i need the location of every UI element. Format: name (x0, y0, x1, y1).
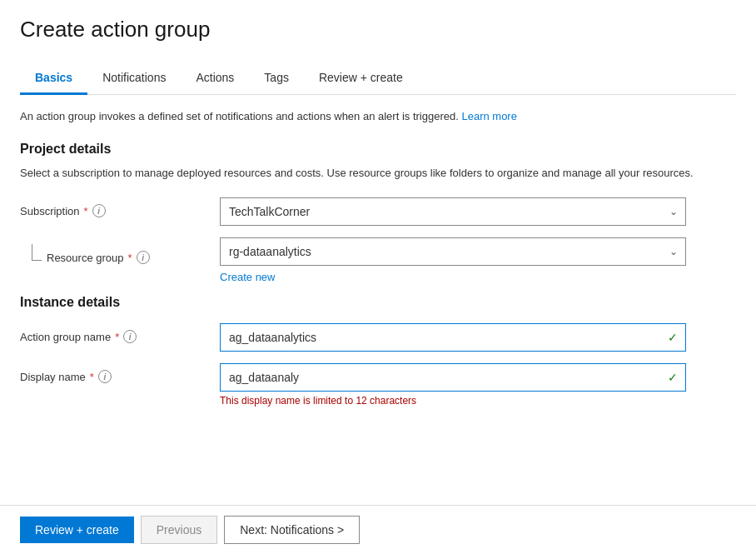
footer: Review + create Previous Next: Notificat… (0, 505, 756, 554)
indent-line-shape (32, 244, 42, 261)
previous-button: Previous (141, 516, 217, 544)
resource-group-select[interactable]: rg-dataanalytics (220, 237, 686, 266)
tab-tags[interactable]: Tags (249, 62, 304, 95)
resource-group-control: rg-dataanalytics ⌄ Create new (220, 237, 736, 283)
description-text: An action group invokes a defined set of… (20, 108, 736, 125)
subscription-control: TechTalkCorner ⌄ (220, 197, 736, 226)
create-new-resource-group-link[interactable]: Create new (220, 271, 275, 283)
subscription-select-wrapper: TechTalkCorner ⌄ (220, 197, 686, 226)
display-name-input-wrapper: ✓ (220, 363, 686, 392)
display-name-input[interactable] (220, 363, 686, 392)
display-name-label: Display name * i (20, 363, 220, 383)
tab-actions[interactable]: Actions (181, 62, 249, 95)
next-button[interactable]: Next: Notifications > (224, 516, 360, 544)
subscription-label: Subscription * i (20, 197, 220, 217)
action-group-name-control: ✓ (220, 323, 736, 352)
display-name-hint: This display name is limited to 12 chara… (220, 395, 736, 407)
subscription-required-marker: * (84, 205, 88, 217)
instance-details-section: Instance details (20, 295, 736, 310)
tab-basics[interactable]: Basics (20, 62, 87, 95)
display-name-check-icon: ✓ (668, 371, 678, 384)
action-group-name-required-marker: * (115, 331, 119, 343)
subscription-select[interactable]: TechTalkCorner (220, 197, 686, 226)
resource-group-required-marker: * (128, 252, 132, 264)
display-name-control: ✓ This display name is limited to 12 cha… (220, 363, 736, 407)
tab-review-create[interactable]: Review + create (304, 62, 418, 95)
project-details-heading: Project details (20, 142, 736, 157)
display-name-row: Display name * i ✓ This display name is … (20, 363, 736, 407)
resource-group-label-wrapper: Resource group * i (20, 237, 220, 264)
action-group-name-input-wrapper: ✓ (220, 323, 686, 352)
resource-group-info-icon[interactable]: i (137, 251, 150, 264)
resource-group-label: Resource group * i (47, 244, 150, 264)
resource-group-select-wrapper: rg-dataanalytics ⌄ (220, 237, 686, 266)
learn-more-link[interactable]: Learn more (461, 110, 516, 122)
review-create-button[interactable]: Review + create (20, 517, 134, 543)
display-name-required-marker: * (90, 371, 94, 383)
project-details-description: Select a subscription to manage deployed… (20, 165, 736, 182)
action-group-name-input[interactable] (220, 323, 686, 352)
display-name-info-icon[interactable]: i (98, 370, 112, 383)
page-title: Create action group (20, 17, 736, 42)
tab-notifications[interactable]: Notifications (87, 62, 181, 95)
instance-details-heading: Instance details (20, 295, 736, 310)
action-group-name-check-icon: ✓ (668, 331, 678, 344)
action-group-name-row: Action group name * i ✓ (20, 323, 736, 352)
subscription-info-icon[interactable]: i (92, 204, 106, 217)
subscription-row: Subscription * i TechTalkCorner ⌄ (20, 197, 736, 226)
action-group-name-info-icon[interactable]: i (123, 330, 137, 343)
action-group-name-label: Action group name * i (20, 323, 220, 343)
tabs-navigation: Basics Notifications Actions Tags Review… (20, 62, 736, 95)
resource-group-row: Resource group * i rg-dataanalytics ⌄ Cr… (20, 237, 736, 283)
